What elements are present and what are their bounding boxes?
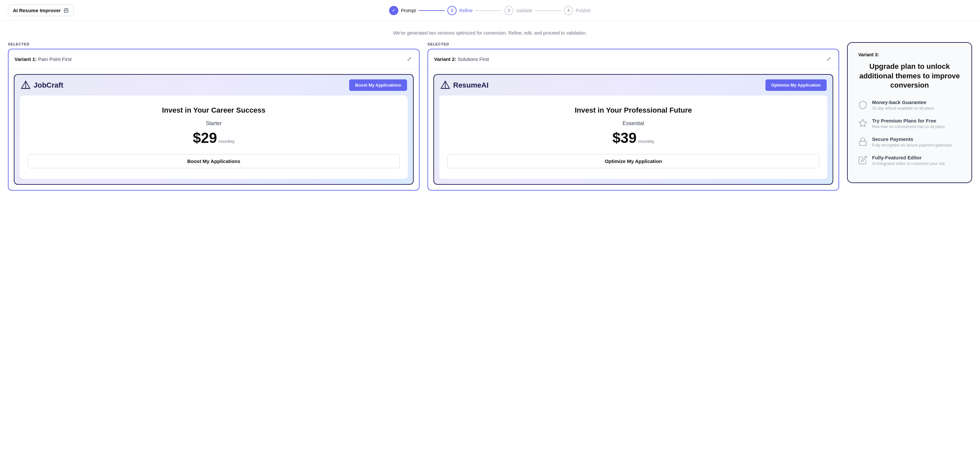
shield-icon — [858, 100, 867, 109]
step-circle-prompt: ✓ — [389, 6, 398, 15]
variant1-price: $29 — [193, 130, 217, 146]
variant1-preview: JobCraft Boost My Applications Invest in… — [14, 74, 414, 185]
variant2-price: $39 — [612, 130, 636, 146]
variant2-card-cta[interactable]: Optimize My Application — [447, 154, 819, 168]
svg-marker-7 — [859, 119, 867, 126]
app-title-text: AI Resume Improver — [13, 8, 61, 13]
variant1-header: Variant 1: Pain Point First ⤢ — [8, 49, 419, 69]
variant1-card-body: Invest in Your Career Success Starter $2… — [20, 96, 408, 179]
feature-money-back-text: Money-back Guarantee 30 day refund avail… — [872, 99, 934, 111]
variant1-card: Variant 1: Pain Point First ⤢ JobCraft — [8, 49, 420, 191]
feature-editor-desc: AI-integrated editor to customize your s… — [872, 161, 945, 166]
feature-list: Money-back Guarantee 30 day refund avail… — [858, 99, 961, 166]
variant3-card: Variant 3: Upgrade plan to unlock additi… — [847, 42, 972, 183]
variant1-title: Variant 1: Pain Point First — [14, 56, 72, 62]
variant1-brand-name: JobCraft — [33, 81, 63, 89]
variant1-selected-label: SELECTED — [8, 42, 420, 46]
lock-icon — [858, 137, 867, 146]
variant2-header-cta[interactable]: Optimize My Application — [765, 79, 827, 91]
variant1-card-cta[interactable]: Boost My Applications — [28, 154, 400, 168]
jobcraft-logo-icon — [21, 80, 31, 91]
variant2-card-body: Invest in Your Professional Future Essen… — [439, 96, 827, 179]
feature-editor-title: Fully-Featured Editor — [872, 155, 945, 160]
variant2-heading: Invest in Your Professional Future — [447, 106, 819, 115]
step-refine: 2 Refine — [447, 6, 473, 15]
feature-premium-title: Try Premium Plans for Free — [872, 118, 945, 123]
feature-premium-desc: Risk-free no-commitment trial on all pla… — [872, 124, 945, 129]
upgrade-heading: Upgrade plan to unlock additional themes… — [858, 62, 961, 90]
step-label-prompt: Prompt — [401, 8, 416, 13]
feature-money-back-desc: 30 day refund available on all plans — [872, 106, 934, 111]
variant2-expand-button[interactable]: ⤢ — [825, 54, 832, 64]
svg-rect-8 — [859, 141, 867, 145]
feature-premium: Try Premium Plans for Free Risk-free no-… — [858, 118, 961, 129]
feature-money-back-title: Money-back Guarantee — [872, 99, 934, 105]
variant2-card: Variant 2: Solutions First ⤢ ResumeAI — [428, 49, 839, 191]
variant1-brand-logo: JobCraft — [21, 80, 63, 91]
variant1-preview-header: JobCraft Boost My Applications — [14, 75, 413, 96]
variant2-preview: ResumeAI Optimize My Application Invest … — [433, 74, 833, 185]
variant2-brand-name: ResumeAI — [453, 81, 489, 89]
variant1-plan-name: Starter — [28, 121, 400, 126]
step-validate: 3 Validate — [504, 6, 533, 15]
variant2-title: Variant 2: Solutions First — [434, 56, 489, 62]
header: AI Resume Improver ✓ Prompt 2 Refine 3 V… — [0, 0, 980, 21]
step-circle-publish: 4 — [564, 6, 573, 15]
save-icon — [64, 8, 69, 13]
step-label-publish: Publish — [576, 8, 591, 13]
variant1-heading: Invest in Your Career Success — [28, 106, 400, 115]
feature-money-back: Money-back Guarantee 30 day refund avail… — [858, 99, 961, 111]
feature-premium-text: Try Premium Plans for Free Risk-free no-… — [872, 118, 945, 129]
variant1-period: /monthly — [218, 139, 235, 144]
main-content: SELECTED Variant 1: Pain Point First ⤢ — [0, 42, 980, 204]
resumeai-logo-icon — [440, 80, 450, 91]
variant1-header-cta[interactable]: Boost My Applications — [349, 79, 407, 91]
feature-secure-desc: Fully encrypted via secure payment gatew… — [872, 143, 952, 148]
feature-editor-text: Fully-Featured Editor AI-integrated edit… — [872, 155, 945, 166]
variant1-expand-button[interactable]: ⤢ — [406, 54, 413, 64]
variant2-brand-logo: ResumeAI — [440, 80, 489, 91]
variant2-plan-name: Essential — [447, 121, 819, 126]
stepper: ✓ Prompt 2 Refine 3 Validate 4 Publish — [389, 6, 591, 15]
variant3-title-label: Variant 3: — [858, 52, 961, 57]
variant1-price-row: $29 /monthly — [28, 130, 400, 146]
step-circle-validate: 3 — [504, 6, 513, 15]
app-title-button[interactable]: AI Resume Improver — [8, 5, 74, 16]
step-line-2 — [475, 10, 501, 11]
feature-secure: Secure Payments Fully encrypted via secu… — [858, 136, 961, 148]
step-publish: 4 Publish — [564, 6, 591, 15]
star-icon — [858, 118, 867, 128]
variant2-header: Variant 2: Solutions First ⤢ — [428, 49, 838, 69]
variant2-period: /monthly — [638, 139, 654, 144]
variant2-preview-header: ResumeAI Optimize My Application — [434, 75, 832, 96]
page-subtitle: We've generated two versions optimized f… — [0, 30, 980, 35]
step-label-validate: Validate — [516, 8, 533, 13]
variant1-column: SELECTED Variant 1: Pain Point First ⤢ — [8, 42, 420, 191]
feature-editor: Fully-Featured Editor AI-integrated edit… — [858, 155, 961, 166]
edit-icon — [858, 155, 867, 164]
variant2-selected-label: SELECTED — [428, 42, 839, 46]
step-label-refine: Refine — [460, 8, 473, 13]
feature-secure-title: Secure Payments — [872, 136, 952, 142]
variant2-column: SELECTED Variant 2: Solutions First ⤢ — [428, 42, 839, 191]
step-circle-refine: 2 — [447, 6, 457, 15]
variant3-column: Variant 3: Upgrade plan to unlock additi… — [847, 42, 972, 183]
step-line-3 — [535, 10, 562, 11]
variant2-price-row: $39 /monthly — [447, 130, 819, 146]
step-prompt: ✓ Prompt — [389, 6, 416, 15]
step-line-1 — [418, 10, 445, 11]
feature-secure-text: Secure Payments Fully encrypted via secu… — [872, 136, 952, 148]
